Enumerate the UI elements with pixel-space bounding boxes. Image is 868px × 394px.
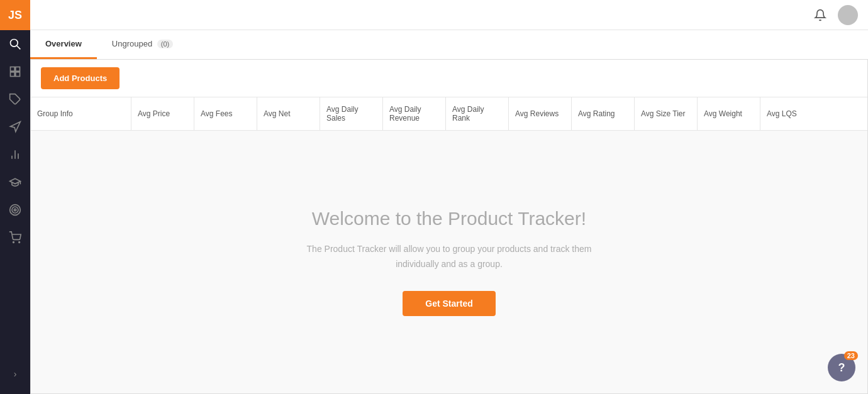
svg-rect-2 (11, 67, 15, 72)
svg-point-12 (14, 209, 16, 211)
toolbar: Add Products (31, 60, 867, 97)
page-area: Overview Ungrouped (0) Add Products Grou… (30, 30, 868, 394)
sidebar-item-chart[interactable] (0, 141, 30, 168)
sidebar-item-graduation[interactable] (0, 168, 30, 196)
svg-point-0 (11, 40, 18, 47)
sidebar-logo: JS (0, 0, 30, 30)
sidebar-item-search[interactable] (0, 30, 30, 58)
svg-line-1 (17, 46, 21, 50)
th-avg-price: Avg Price (131, 97, 194, 130)
th-group-info: Group Info (31, 97, 131, 130)
tab-ungrouped[interactable]: Ungrouped (0) (97, 30, 188, 59)
th-avg-daily-rank: Avg Daily Rank (446, 97, 509, 130)
sidebar-item-grid[interactable] (0, 58, 30, 85)
main-content: Overview Ungrouped (0) Add Products Grou… (30, 0, 868, 394)
th-avg-net: Avg Net (257, 97, 320, 130)
tab-ungrouped-badge: (0) (157, 40, 173, 48)
svg-rect-3 (16, 67, 20, 72)
welcome-area: Welcome to the Product Tracker! The Prod… (31, 131, 867, 393)
sidebar-item-tag[interactable] (0, 85, 30, 113)
sidebar-bottom: › (0, 360, 30, 394)
content-panel: Add Products Group Info Avg Price Avg Fe… (30, 60, 868, 394)
topbar (30, 0, 868, 30)
th-avg-daily-revenue: Avg Daily Revenue (383, 97, 446, 130)
tab-overview[interactable]: Overview (30, 30, 97, 59)
th-avg-daily-sales: Avg Daily Sales (320, 97, 383, 130)
sidebar-item-cart[interactable] (0, 224, 30, 251)
th-avg-fees: Avg Fees (194, 97, 257, 130)
svg-point-13 (13, 242, 14, 243)
svg-point-14 (19, 242, 20, 243)
welcome-title: Welcome to the Product Tracker! (312, 208, 586, 229)
tabs: Overview Ungrouped (0) (30, 30, 868, 60)
th-avg-lqs: Avg LQS (760, 97, 867, 130)
help-button[interactable]: 23 ? (828, 354, 855, 381)
add-products-button[interactable]: Add Products (41, 67, 120, 89)
get-started-button[interactable]: Get Started (403, 291, 495, 316)
th-avg-size-tier: Avg Size Tier (635, 97, 698, 130)
sidebar: JS › (0, 0, 30, 394)
topbar-icons (810, 5, 858, 25)
avatar[interactable] (838, 5, 858, 25)
svg-point-11 (12, 207, 18, 213)
help-badge-count: 23 (844, 351, 858, 360)
th-avg-reviews: Avg Reviews (509, 97, 572, 130)
svg-rect-5 (16, 72, 20, 77)
welcome-description: The Product Tracker will allow you to gr… (292, 242, 606, 272)
svg-rect-4 (11, 72, 15, 77)
notification-icon[interactable] (810, 5, 830, 25)
sidebar-item-megaphone[interactable] (0, 113, 30, 141)
table-header: Group Info Avg Price Avg Fees Avg Net Av… (31, 97, 867, 131)
th-avg-rating: Avg Rating (572, 97, 635, 130)
sidebar-item-target[interactable] (0, 196, 30, 224)
help-icon: ? (838, 361, 845, 375)
th-avg-weight: Avg Weight (698, 97, 760, 130)
sidebar-expand-button[interactable]: › (0, 360, 30, 388)
